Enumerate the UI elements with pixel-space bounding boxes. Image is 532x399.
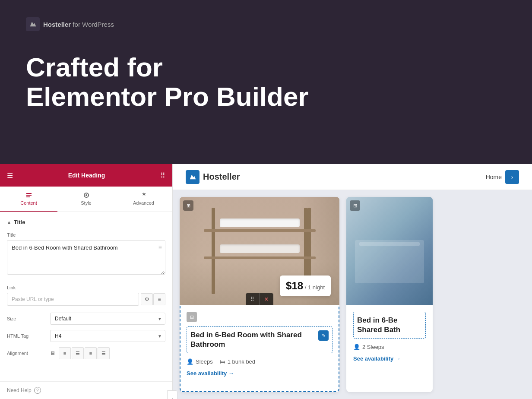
align-justify-btn[interactable]: ☰ [98,347,110,359]
title-field: Title Bed in 6-Bed Room with Shared Bath… [7,232,165,276]
card-1-meta: 👤 Sleeps 🛏 1 bunk bed [187,358,332,365]
align-right-btn[interactable]: ≡ [85,347,97,359]
preview-nav-arrow[interactable]: › [505,170,519,184]
align-center-btn[interactable]: ☰ [72,347,84,359]
cards-area: ⊞ $18 / 1 night ⠿ ✕ ⊞ Bed in 6-Bed Room … [173,190,532,399]
tab-content[interactable]: Content [0,187,57,212]
size-label: Size [7,316,50,321]
price-amount-1: $18 [286,280,303,291]
brand-name: Hosteller for WordPress [43,21,114,28]
tab-style[interactable]: Style [57,187,115,212]
svg-rect-1 [26,195,32,196]
html-tag-select-wrapper: H4 ▼ [50,330,165,342]
preview-nav-home[interactable]: Home [486,174,502,180]
preview-logo: Hosteller [186,170,240,184]
section-title: Title [14,219,25,225]
brand-bar: Hosteller for WordPress [26,17,506,31]
card-1-body: ⊞ Bed in 6-Bed Room with Shared Bathroom… [180,305,339,383]
textarea-dynamic-icon[interactable]: ≡ [158,244,162,250]
card-2: ⊞ Bed in 6-BeShared Bath 👤 2 Sleeps See … [346,197,433,392]
link-input-wrapper: ⚙ ≡ [7,293,165,306]
card-1-body-icon[interactable]: ⊞ [187,312,197,322]
hamburger-icon[interactable]: ☰ [7,171,13,180]
link-dynamic-btn[interactable]: ≡ [153,293,165,305]
preview-logo-text: Hosteller [203,172,240,182]
card-toolbar-move[interactable]: ⠿ [246,293,260,305]
size-field: Size Default ▼ [7,313,165,325]
editor-header: ☰ Edit Heading ⠿ [0,164,172,187]
card-2-meta: 👤 2 Sleeps [353,344,426,350]
help-icon: ? [34,387,41,394]
price-suffix-1: / 1 night [305,284,325,291]
alignment-label: Alignment [7,351,50,356]
card-2-availability[interactable]: See availability → [353,355,426,362]
alignment-field: Alignment 🖥 ≡ ☰ ≡ ☰ [7,347,165,359]
card-1: ⊞ $18 / 1 night ⠿ ✕ ⊞ Bed in 6-Bed Room … [180,197,339,392]
card2-sleeps-icon: 👤 [353,344,360,350]
card-1-edit-icon[interactable]: ✎ [318,330,329,341]
html-tag-select[interactable]: H4 [50,330,165,342]
html-tag-label: HTML Tag [7,333,50,339]
card-2-image: ⊞ [346,197,433,305]
preview-section: Hosteller Home › [173,164,532,399]
title-textarea[interactable]: Bed in 6-Bed Room with Shared Bathroom [7,240,165,275]
link-field: Link ⚙ ≡ [7,285,165,306]
bottom-section: ☰ Edit Heading ⠿ Content Style Advanced [0,164,532,399]
svg-rect-2 [26,196,30,197]
editor-title: Edit Heading [68,172,105,179]
svg-point-4 [86,194,87,196]
sleeps-icon: 👤 [187,358,193,365]
card-2-body: Bed in 6-BeShared Bath 👤 2 Sleeps See av… [346,305,433,369]
card-1-title: Bed in 6-Bed Room with Shared Bathroom [190,330,318,349]
section-toggle[interactable]: ▲ [7,220,11,225]
card-2-title-block: Bed in 6-BeShared Bath [353,312,426,339]
card-toolbar-delete[interactable]: ✕ [260,293,273,305]
card-1-image: ⊞ $18 / 1 night ⠿ ✕ [180,197,339,305]
title-field-label: Title [7,232,165,238]
hero-section: Hosteller for WordPress Crafted for Elem… [0,0,532,164]
panel-collapse-btn[interactable]: ‹ [167,390,177,399]
hero-title: Crafted for Elementor Pro Builder [26,53,506,111]
tab-advanced[interactable]: Advanced [115,187,172,212]
card-2-title: Bed in 6-BeShared Bath [357,316,400,335]
card-1-img-icon[interactable]: ⊞ [183,200,193,211]
size-select[interactable]: Default [50,313,165,325]
size-select-wrapper: Default ▼ [50,313,165,325]
preview-navbar: Hosteller Home › [173,164,532,190]
preview-logo-icon [186,170,200,184]
card-1-sleeps: 👤 Sleeps [187,358,213,365]
link-field-label: Link [7,285,165,290]
link-input[interactable] [7,293,139,306]
html-tag-field: HTML Tag H4 ▼ [7,330,165,342]
need-help-label: Need Help [7,387,32,393]
link-icons: ⚙ ≡ [141,293,165,305]
card-1-availability[interactable]: See availability → [187,370,332,377]
card-1-title-block: Bed in 6-Bed Room with Shared Bathroom ✎ [187,326,332,353]
card-1-bedtype: 🛏 1 bunk bed [220,358,255,365]
bed-icon: 🛏 [220,358,225,365]
card-2-sleeps: 👤 2 Sleeps [353,344,384,350]
alignment-buttons: ≡ ☰ ≡ ☰ [59,347,110,359]
link-settings-btn[interactable]: ⚙ [141,293,153,305]
title-section-header: ▲ Title [7,219,165,225]
card-1-toolbar: ⠿ ✕ [246,293,273,305]
editor-body: ▲ Title Title Bed in 6-Bed Room with Sha… [0,212,172,381]
need-help[interactable]: Need Help ? [0,381,172,399]
editor-tabs: Content Style Advanced [0,187,172,212]
brand-logo-icon [26,17,40,31]
grid-icon[interactable]: ⠿ [160,171,165,180]
editor-panel: ☰ Edit Heading ⠿ Content Style Advanced [0,164,173,399]
svg-rect-0 [26,193,32,194]
device-icon[interactable]: 🖥 [50,350,55,356]
price-badge-1: $18 / 1 night [280,276,331,296]
card-2-img-icon[interactable]: ⊞ [350,200,360,211]
align-left-btn[interactable]: ≡ [59,347,71,359]
